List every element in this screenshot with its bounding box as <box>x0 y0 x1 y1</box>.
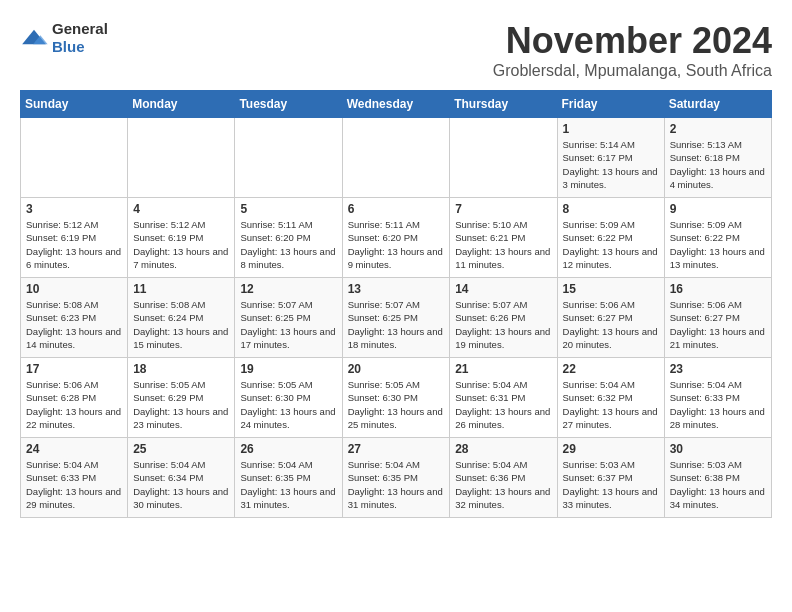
day-info: Sunrise: 5:06 AM Sunset: 6:28 PM Dayligh… <box>26 379 121 430</box>
calendar-cell: 13Sunrise: 5:07 AM Sunset: 6:25 PM Dayli… <box>342 278 450 358</box>
day-number: 11 <box>133 282 229 296</box>
title-section: November 2024 Groblersdal, Mpumalanga, S… <box>493 20 772 80</box>
day-number: 21 <box>455 362 551 376</box>
calendar-cell: 12Sunrise: 5:07 AM Sunset: 6:25 PM Dayli… <box>235 278 342 358</box>
day-info: Sunrise: 5:14 AM Sunset: 6:17 PM Dayligh… <box>563 139 658 190</box>
day-info: Sunrise: 5:08 AM Sunset: 6:24 PM Dayligh… <box>133 299 228 350</box>
calendar-cell: 7Sunrise: 5:10 AM Sunset: 6:21 PM Daylig… <box>450 198 557 278</box>
day-number: 16 <box>670 282 766 296</box>
header-cell-monday: Monday <box>128 91 235 118</box>
calendar-cell: 28Sunrise: 5:04 AM Sunset: 6:36 PM Dayli… <box>450 438 557 518</box>
day-info: Sunrise: 5:03 AM Sunset: 6:37 PM Dayligh… <box>563 459 658 510</box>
day-info: Sunrise: 5:04 AM Sunset: 6:32 PM Dayligh… <box>563 379 658 430</box>
calendar-header: SundayMondayTuesdayWednesdayThursdayFrid… <box>21 91 772 118</box>
calendar-body: 1Sunrise: 5:14 AM Sunset: 6:17 PM Daylig… <box>21 118 772 518</box>
calendar-cell: 27Sunrise: 5:04 AM Sunset: 6:35 PM Dayli… <box>342 438 450 518</box>
calendar-cell: 9Sunrise: 5:09 AM Sunset: 6:22 PM Daylig… <box>664 198 771 278</box>
logo-blue: Blue <box>52 38 85 55</box>
day-info: Sunrise: 5:07 AM Sunset: 6:26 PM Dayligh… <box>455 299 550 350</box>
day-info: Sunrise: 5:05 AM Sunset: 6:30 PM Dayligh… <box>348 379 443 430</box>
day-info: Sunrise: 5:04 AM Sunset: 6:35 PM Dayligh… <box>348 459 443 510</box>
day-number: 13 <box>348 282 445 296</box>
calendar-row: 1Sunrise: 5:14 AM Sunset: 6:17 PM Daylig… <box>21 118 772 198</box>
day-number: 3 <box>26 202 122 216</box>
day-info: Sunrise: 5:12 AM Sunset: 6:19 PM Dayligh… <box>26 219 121 270</box>
day-number: 5 <box>240 202 336 216</box>
day-info: Sunrise: 5:12 AM Sunset: 6:19 PM Dayligh… <box>133 219 228 270</box>
calendar-cell <box>235 118 342 198</box>
calendar-cell: 15Sunrise: 5:06 AM Sunset: 6:27 PM Dayli… <box>557 278 664 358</box>
day-info: Sunrise: 5:05 AM Sunset: 6:29 PM Dayligh… <box>133 379 228 430</box>
header-cell-thursday: Thursday <box>450 91 557 118</box>
calendar-cell: 18Sunrise: 5:05 AM Sunset: 6:29 PM Dayli… <box>128 358 235 438</box>
calendar-cell: 1Sunrise: 5:14 AM Sunset: 6:17 PM Daylig… <box>557 118 664 198</box>
day-number: 23 <box>670 362 766 376</box>
calendar-cell: 8Sunrise: 5:09 AM Sunset: 6:22 PM Daylig… <box>557 198 664 278</box>
calendar-cell: 20Sunrise: 5:05 AM Sunset: 6:30 PM Dayli… <box>342 358 450 438</box>
day-info: Sunrise: 5:06 AM Sunset: 6:27 PM Dayligh… <box>563 299 658 350</box>
day-info: Sunrise: 5:03 AM Sunset: 6:38 PM Dayligh… <box>670 459 765 510</box>
day-info: Sunrise: 5:08 AM Sunset: 6:23 PM Dayligh… <box>26 299 121 350</box>
day-info: Sunrise: 5:07 AM Sunset: 6:25 PM Dayligh… <box>240 299 335 350</box>
calendar-cell <box>342 118 450 198</box>
day-number: 4 <box>133 202 229 216</box>
calendar-row: 24Sunrise: 5:04 AM Sunset: 6:33 PM Dayli… <box>21 438 772 518</box>
day-number: 10 <box>26 282 122 296</box>
day-info: Sunrise: 5:11 AM Sunset: 6:20 PM Dayligh… <box>348 219 443 270</box>
day-info: Sunrise: 5:10 AM Sunset: 6:21 PM Dayligh… <box>455 219 550 270</box>
day-info: Sunrise: 5:13 AM Sunset: 6:18 PM Dayligh… <box>670 139 765 190</box>
logo-general: General <box>52 20 108 37</box>
calendar-cell: 19Sunrise: 5:05 AM Sunset: 6:30 PM Dayli… <box>235 358 342 438</box>
calendar-cell: 14Sunrise: 5:07 AM Sunset: 6:26 PM Dayli… <box>450 278 557 358</box>
calendar-cell <box>450 118 557 198</box>
calendar-cell: 5Sunrise: 5:11 AM Sunset: 6:20 PM Daylig… <box>235 198 342 278</box>
day-info: Sunrise: 5:04 AM Sunset: 6:36 PM Dayligh… <box>455 459 550 510</box>
calendar-cell: 26Sunrise: 5:04 AM Sunset: 6:35 PM Dayli… <box>235 438 342 518</box>
calendar-cell: 29Sunrise: 5:03 AM Sunset: 6:37 PM Dayli… <box>557 438 664 518</box>
calendar-cell: 23Sunrise: 5:04 AM Sunset: 6:33 PM Dayli… <box>664 358 771 438</box>
calendar-cell: 10Sunrise: 5:08 AM Sunset: 6:23 PM Dayli… <box>21 278 128 358</box>
day-number: 22 <box>563 362 659 376</box>
calendar-cell: 17Sunrise: 5:06 AM Sunset: 6:28 PM Dayli… <box>21 358 128 438</box>
calendar-cell: 30Sunrise: 5:03 AM Sunset: 6:38 PM Dayli… <box>664 438 771 518</box>
day-number: 27 <box>348 442 445 456</box>
calendar-cell: 11Sunrise: 5:08 AM Sunset: 6:24 PM Dayli… <box>128 278 235 358</box>
day-number: 1 <box>563 122 659 136</box>
day-number: 18 <box>133 362 229 376</box>
calendar-cell: 22Sunrise: 5:04 AM Sunset: 6:32 PM Dayli… <box>557 358 664 438</box>
calendar-cell <box>128 118 235 198</box>
day-number: 6 <box>348 202 445 216</box>
day-info: Sunrise: 5:07 AM Sunset: 6:25 PM Dayligh… <box>348 299 443 350</box>
day-info: Sunrise: 5:04 AM Sunset: 6:31 PM Dayligh… <box>455 379 550 430</box>
day-number: 26 <box>240 442 336 456</box>
day-info: Sunrise: 5:04 AM Sunset: 6:35 PM Dayligh… <box>240 459 335 510</box>
day-number: 28 <box>455 442 551 456</box>
day-info: Sunrise: 5:04 AM Sunset: 6:34 PM Dayligh… <box>133 459 228 510</box>
logo-icon <box>20 28 48 48</box>
calendar-cell: 25Sunrise: 5:04 AM Sunset: 6:34 PM Dayli… <box>128 438 235 518</box>
day-info: Sunrise: 5:06 AM Sunset: 6:27 PM Dayligh… <box>670 299 765 350</box>
subtitle: Groblersdal, Mpumalanga, South Africa <box>493 62 772 80</box>
calendar-cell: 2Sunrise: 5:13 AM Sunset: 6:18 PM Daylig… <box>664 118 771 198</box>
calendar-cell: 16Sunrise: 5:06 AM Sunset: 6:27 PM Dayli… <box>664 278 771 358</box>
day-number: 25 <box>133 442 229 456</box>
day-number: 20 <box>348 362 445 376</box>
logo: General Blue <box>20 20 108 56</box>
calendar-cell: 21Sunrise: 5:04 AM Sunset: 6:31 PM Dayli… <box>450 358 557 438</box>
day-number: 8 <box>563 202 659 216</box>
day-number: 2 <box>670 122 766 136</box>
day-number: 7 <box>455 202 551 216</box>
day-number: 9 <box>670 202 766 216</box>
day-info: Sunrise: 5:11 AM Sunset: 6:20 PM Dayligh… <box>240 219 335 270</box>
day-number: 15 <box>563 282 659 296</box>
day-info: Sunrise: 5:04 AM Sunset: 6:33 PM Dayligh… <box>670 379 765 430</box>
calendar-row: 10Sunrise: 5:08 AM Sunset: 6:23 PM Dayli… <box>21 278 772 358</box>
day-number: 19 <box>240 362 336 376</box>
calendar-cell: 6Sunrise: 5:11 AM Sunset: 6:20 PM Daylig… <box>342 198 450 278</box>
day-info: Sunrise: 5:09 AM Sunset: 6:22 PM Dayligh… <box>670 219 765 270</box>
day-info: Sunrise: 5:05 AM Sunset: 6:30 PM Dayligh… <box>240 379 335 430</box>
day-number: 30 <box>670 442 766 456</box>
header: General Blue November 2024 Groblersdal, … <box>20 20 772 80</box>
header-cell-friday: Friday <box>557 91 664 118</box>
calendar-cell: 4Sunrise: 5:12 AM Sunset: 6:19 PM Daylig… <box>128 198 235 278</box>
